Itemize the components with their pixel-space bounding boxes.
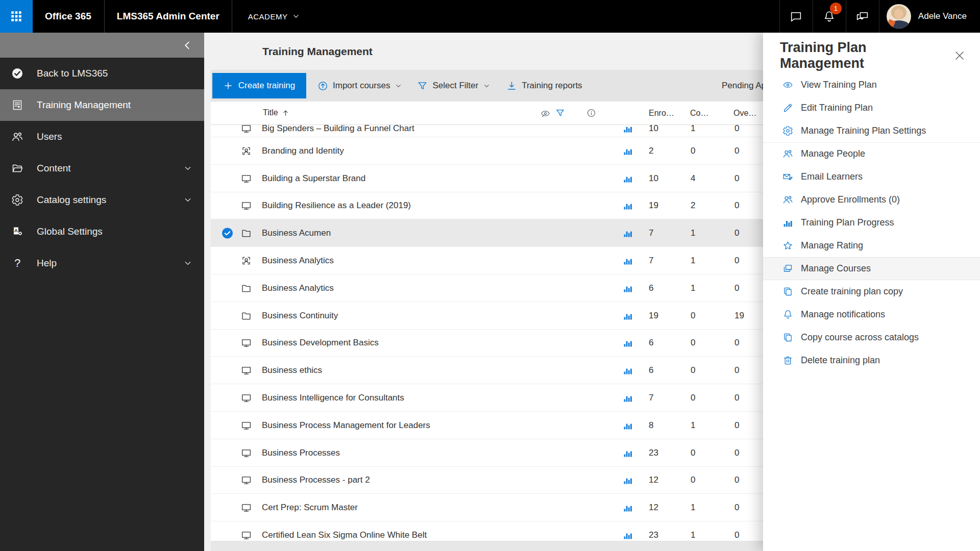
progress-chart-icon[interactable] bbox=[622, 201, 633, 211]
create-training-label: Create training bbox=[238, 81, 296, 91]
chat-button[interactable] bbox=[779, 0, 813, 33]
create-training-button[interactable]: Create training bbox=[212, 73, 306, 98]
panel-item-label: Email Learners bbox=[801, 171, 863, 182]
sidebar-item-training-management[interactable]: Training Management bbox=[0, 89, 204, 121]
sidebar-item-back-to-lms365[interactable]: Back to LMS365 bbox=[0, 58, 204, 89]
chevron-left-icon bbox=[182, 40, 193, 51]
sidebar-item-label: Help bbox=[37, 258, 57, 269]
panel-item-label: Training Plan Progress bbox=[801, 217, 894, 228]
panel-item-approve-enrollments-0[interactable]: Approve Enrollments (0) bbox=[763, 188, 980, 211]
completed-count: 1 bbox=[691, 530, 695, 540]
sidebar-collapse-button[interactable] bbox=[0, 33, 204, 58]
progress-chart-icon[interactable] bbox=[622, 420, 633, 431]
panel-item-edit-training-plan[interactable]: Edit Training Plan bbox=[763, 96, 980, 119]
completed-count: 1 bbox=[691, 283, 695, 293]
training-title: Big Spenders – Building a Funnel Chart bbox=[262, 123, 414, 134]
training-title: Cert Prep: Scrum Master bbox=[262, 503, 358, 513]
waffle-icon bbox=[10, 10, 23, 23]
enrolled-count: 7 bbox=[649, 256, 653, 266]
progress-chart-icon[interactable] bbox=[622, 123, 633, 134]
progress-chart-icon[interactable] bbox=[622, 530, 633, 540]
progress-chart-icon[interactable] bbox=[622, 393, 633, 403]
sidebar-item-users[interactable]: Users bbox=[0, 121, 204, 153]
selected-check-icon bbox=[222, 228, 233, 239]
progress-chart-icon[interactable] bbox=[622, 503, 633, 513]
sidebar-item-catalog-settings[interactable]: Catalog settings bbox=[0, 184, 204, 216]
progress-chart-icon[interactable] bbox=[622, 311, 633, 321]
monitor-type-icon bbox=[241, 530, 252, 541]
panel-item-copy-course-across-catalogs[interactable]: Copy course across catalogs bbox=[763, 326, 980, 349]
progress-chart-icon[interactable] bbox=[622, 365, 633, 375]
panel-item-manage-people[interactable]: Manage People bbox=[763, 142, 980, 165]
help-icon: ? bbox=[11, 257, 23, 269]
panel-item-create-training-plan-copy[interactable]: Create training plan copy bbox=[763, 280, 980, 303]
progress-chart-icon[interactable] bbox=[622, 173, 633, 184]
panel-item-delete-training-plan[interactable]: Delete training plan bbox=[763, 349, 980, 372]
panel-item-label: Edit Training Plan bbox=[801, 103, 873, 113]
completed-count: 0 bbox=[691, 393, 695, 403]
import-courses-button[interactable]: Import courses bbox=[317, 81, 402, 91]
account-menu[interactable]: Adele Vance bbox=[879, 0, 980, 33]
users-icon bbox=[782, 194, 793, 205]
overdue-count: 0 bbox=[734, 146, 739, 156]
progress-chart-icon[interactable] bbox=[622, 256, 633, 266]
panel-item-manage-training-plan-settings[interactable]: Manage Training Plan Settings bbox=[763, 119, 980, 142]
topbar: Office 365 LMS365 Admin Center ACADEMY 1… bbox=[0, 0, 980, 33]
panel-title: Training Plan Management bbox=[780, 40, 953, 71]
tenant-selector[interactable]: ACADEMY bbox=[248, 12, 300, 21]
enrolled-count: 6 bbox=[649, 338, 653, 348]
progress-chart-icon[interactable] bbox=[622, 448, 633, 458]
monitor-type-icon bbox=[241, 393, 252, 404]
completed-count: 1 bbox=[691, 420, 695, 431]
notifications-button[interactable]: 1 bbox=[813, 0, 846, 33]
progress-chart-icon[interactable] bbox=[622, 338, 633, 348]
chevron-down-icon bbox=[395, 83, 402, 89]
panel-item-email-learners[interactable]: Email Learners bbox=[763, 165, 980, 188]
users-icon bbox=[782, 148, 793, 159]
close-icon[interactable] bbox=[953, 49, 966, 62]
global-icon: A bbox=[11, 226, 23, 238]
feedback-button[interactable] bbox=[846, 0, 879, 33]
topbar-divider bbox=[232, 0, 232, 33]
sidebar-item-global-settings[interactable]: AGlobal Settings bbox=[0, 216, 204, 247]
overdue-count: 0 bbox=[734, 228, 739, 238]
folder-type-icon bbox=[241, 283, 252, 293]
progress-chart-icon[interactable] bbox=[622, 228, 633, 238]
overdue-count: 0 bbox=[734, 393, 739, 403]
panel-item-manage-courses[interactable]: Manage Courses bbox=[763, 257, 980, 280]
panel-item-manage-notifications[interactable]: Manage notifications bbox=[763, 303, 980, 326]
overdue-count: 0 bbox=[734, 448, 739, 458]
panel-item-manage-rating[interactable]: Manage Rating bbox=[763, 234, 980, 257]
avatar bbox=[887, 4, 911, 29]
panel-item-label: Copy course across catalogs bbox=[801, 332, 919, 343]
notification-badge: 1 bbox=[830, 3, 842, 14]
monitor-type-icon bbox=[241, 503, 252, 513]
import-icon bbox=[317, 81, 328, 91]
training-title: Business ethics bbox=[262, 365, 322, 375]
sidebar-item-help[interactable]: ?Help bbox=[0, 247, 204, 279]
progress-chart-icon[interactable] bbox=[622, 475, 633, 485]
panel-item-label: Manage Rating bbox=[801, 240, 863, 251]
enrolled-count: 12 bbox=[649, 503, 658, 513]
panel-item-training-plan-progress[interactable]: Training Plan Progress bbox=[763, 211, 980, 234]
panel-item-view-training-plan[interactable]: View Training Plan bbox=[763, 73, 980, 96]
sidebar-item-content[interactable]: Content bbox=[0, 153, 204, 184]
progress-chart-icon[interactable] bbox=[622, 146, 633, 156]
monitor-type-icon bbox=[241, 447, 252, 458]
completed-count: 4 bbox=[691, 173, 695, 184]
completed-count: 1 bbox=[691, 503, 695, 513]
sidebar-item-label: Global Settings bbox=[37, 226, 103, 237]
training-title: Business Continuity bbox=[262, 311, 338, 321]
panel-item-label: Delete training plan bbox=[801, 355, 880, 366]
chat-icon bbox=[790, 10, 802, 23]
select-filter-button[interactable]: Select Filter bbox=[417, 81, 490, 91]
progress-chart-icon[interactable] bbox=[622, 283, 633, 293]
training-title: Building a Superstar Brand bbox=[262, 173, 365, 184]
user-name: Adele Vance bbox=[918, 11, 967, 21]
training-reports-button[interactable]: Training reports bbox=[506, 81, 582, 91]
monitor-type-icon bbox=[241, 173, 252, 184]
page-title: Training Management bbox=[262, 45, 373, 58]
office365-home-link[interactable]: Office 365 bbox=[45, 11, 91, 22]
filter-icon bbox=[417, 81, 428, 91]
app-launcher-button[interactable] bbox=[0, 0, 33, 33]
